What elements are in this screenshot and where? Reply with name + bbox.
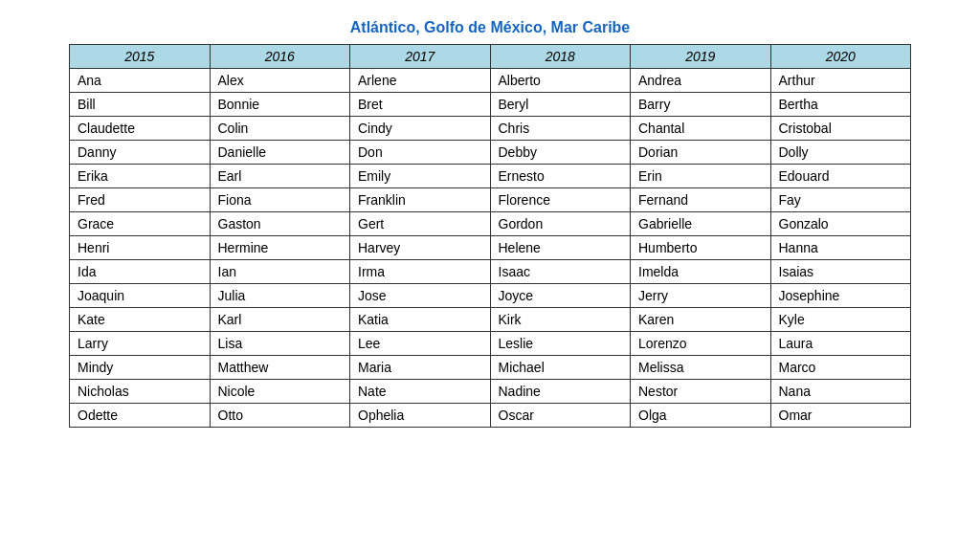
table-row: ErikaEarlEmilyErnestoErinEdouard	[70, 165, 911, 188]
table-cell: Dorian	[631, 141, 771, 165]
table-cell: Bret	[350, 93, 491, 117]
table-row: LarryLisaLeeLeslieLorenzoLaura	[70, 332, 911, 356]
table-cell: Laura	[770, 332, 911, 356]
table-row: MindyMatthewMariaMichaelMelissaMarco	[70, 356, 911, 380]
table-cell: Arlene	[350, 69, 491, 93]
table-cell: Irma	[350, 260, 491, 284]
table-cell: Kate	[70, 308, 211, 332]
table-cell: Mindy	[70, 356, 211, 380]
table-cell: Debby	[490, 141, 631, 165]
table-cell: Kyle	[770, 308, 911, 332]
table-cell: Omar	[770, 404, 911, 428]
table-cell: Karl	[210, 308, 350, 332]
table-cell: Chris	[490, 117, 631, 141]
table-cell: Danny	[70, 141, 211, 165]
table-cell: Cindy	[350, 117, 491, 141]
table-cell: Hermine	[210, 236, 350, 260]
column-header: 2020	[770, 45, 911, 69]
table-cell: Karen	[631, 308, 771, 332]
table-cell: Olga	[631, 404, 771, 428]
table-body: AnaAlexArleneAlbertoAndreaArthurBillBonn…	[70, 69, 911, 428]
table-cell: Beryl	[490, 93, 631, 117]
table-cell: Earl	[210, 165, 350, 188]
table-cell: Gordon	[490, 212, 631, 236]
table-cell: Katia	[350, 308, 491, 332]
table-cell: Claudette	[70, 117, 211, 141]
column-header: 2017	[350, 45, 491, 69]
table-cell: Leslie	[490, 332, 631, 356]
table-cell: Nestor	[631, 380, 771, 404]
table-header-row: 201520162017201820192020	[70, 45, 911, 69]
table-cell: Erin	[631, 165, 771, 188]
table-cell: Danielle	[210, 141, 350, 165]
table-cell: Emily	[350, 165, 491, 188]
main-container: Atlántico, Golfo de México, Mar Caribe 2…	[69, 19, 911, 428]
table-cell: Gaston	[210, 212, 350, 236]
table-cell: Nate	[350, 380, 491, 404]
page-title: Atlántico, Golfo de México, Mar Caribe	[69, 19, 911, 36]
table-cell: Jerry	[631, 284, 771, 308]
table-cell: Arthur	[770, 69, 911, 93]
table-cell: Barry	[631, 93, 771, 117]
table-cell: Franklin	[350, 188, 491, 212]
table-cell: Fernand	[631, 188, 771, 212]
table-cell: Gert	[350, 212, 491, 236]
table-cell: Ana	[70, 69, 211, 93]
table-cell: Imelda	[631, 260, 771, 284]
table-cell: Fred	[70, 188, 211, 212]
column-header: 2016	[210, 45, 350, 69]
table-cell: Otto	[210, 404, 350, 428]
table-cell: Maria	[350, 356, 491, 380]
column-header: 2015	[70, 45, 211, 69]
table-row: AnaAlexArleneAlbertoAndreaArthur	[70, 69, 911, 93]
table-cell: Josephine	[770, 284, 911, 308]
column-header: 2019	[631, 45, 771, 69]
table-cell: Oscar	[490, 404, 631, 428]
table-row: DannyDanielleDonDebbyDorianDolly	[70, 141, 911, 165]
table-cell: Lee	[350, 332, 491, 356]
table-row: ClaudetteColinCindyChrisChantalCristobal	[70, 117, 911, 141]
table-cell: Nana	[770, 380, 911, 404]
table-cell: Henri	[70, 236, 211, 260]
table-row: NicholasNicoleNateNadineNestorNana	[70, 380, 911, 404]
table-cell: Julia	[210, 284, 350, 308]
table-cell: Don	[350, 141, 491, 165]
table-cell: Isaac	[490, 260, 631, 284]
table-cell: Joaquin	[70, 284, 211, 308]
table-cell: Florence	[490, 188, 631, 212]
table-cell: Bertha	[770, 93, 911, 117]
table-cell: Gabrielle	[631, 212, 771, 236]
table-cell: Dolly	[770, 141, 911, 165]
table-cell: Ophelia	[350, 404, 491, 428]
table-cell: Andrea	[631, 69, 771, 93]
table-cell: Fay	[770, 188, 911, 212]
table-cell: Chantal	[631, 117, 771, 141]
table-row: OdetteOttoOpheliaOscarOlgaOmar	[70, 404, 911, 428]
table-cell: Joyce	[490, 284, 631, 308]
table-cell: Matthew	[210, 356, 350, 380]
table-row: KateKarlKatiaKirkKarenKyle	[70, 308, 911, 332]
table-cell: Ida	[70, 260, 211, 284]
table-cell: Cristobal	[770, 117, 911, 141]
table-cell: Lisa	[210, 332, 350, 356]
table-row: BillBonnieBretBerylBarryBertha	[70, 93, 911, 117]
table-cell: Grace	[70, 212, 211, 236]
table-cell: Nadine	[490, 380, 631, 404]
table-cell: Fiona	[210, 188, 350, 212]
table-cell: Nicole	[210, 380, 350, 404]
table-cell: Humberto	[631, 236, 771, 260]
table-cell: Michael	[490, 356, 631, 380]
table-cell: Helene	[490, 236, 631, 260]
table-cell: Kirk	[490, 308, 631, 332]
table-cell: Marco	[770, 356, 911, 380]
table-cell: Harvey	[350, 236, 491, 260]
table-cell: Ian	[210, 260, 350, 284]
table-row: GraceGastonGertGordonGabrielleGonzalo	[70, 212, 911, 236]
column-header: 2018	[490, 45, 631, 69]
table-row: HenriHermineHarveyHeleneHumbertoHanna	[70, 236, 911, 260]
hurricane-names-table: 201520162017201820192020 AnaAlexArleneAl…	[69, 44, 911, 428]
table-cell: Odette	[70, 404, 211, 428]
table-cell: Lorenzo	[631, 332, 771, 356]
table-cell: Ernesto	[490, 165, 631, 188]
table-cell: Larry	[70, 332, 211, 356]
